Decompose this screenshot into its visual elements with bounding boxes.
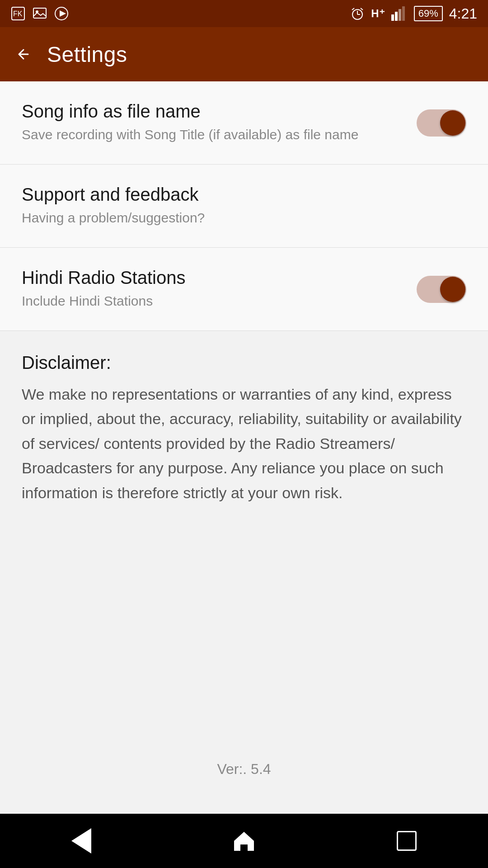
song-info-toggle[interactable]: [417, 109, 466, 137]
back-triangle-icon: [71, 828, 91, 854]
song-info-toggle-knob: [440, 110, 465, 136]
app1-icon: FK: [11, 6, 25, 21]
version-text: Ver:. 5.4: [217, 761, 271, 778]
status-bar-right: H⁺ 69% 4:21: [350, 5, 477, 22]
hindi-radio-toggle-container: [417, 276, 466, 303]
svg-text:FK: FK: [13, 10, 23, 18]
app-bar: Settings: [0, 27, 488, 81]
hindi-radio-title: Hindi Radio Stations: [22, 268, 402, 288]
svg-rect-11: [391, 14, 394, 21]
settings-item-hindi-radio[interactable]: Hindi Radio Stations Include Hindi Stati…: [0, 248, 488, 331]
song-info-text: Song info as file name Save recording wi…: [22, 101, 417, 144]
settings-content: Song info as file name Save recording wi…: [0, 81, 488, 814]
nav-back-button[interactable]: [63, 823, 99, 859]
app-bar-title: Settings: [47, 42, 127, 67]
nav-home-button[interactable]: [226, 823, 262, 859]
disclaimer-section: Disclaimer: We make no representations o…: [0, 331, 488, 519]
svg-line-10: [361, 8, 363, 10]
status-time: 4:21: [449, 5, 477, 22]
svg-rect-12: [395, 12, 398, 21]
song-info-subtitle: Save recording with Song Title (if avail…: [22, 125, 402, 144]
hindi-radio-text: Hindi Radio Stations Include Hindi Stati…: [22, 268, 417, 311]
support-text: Support and feedback Having a problem/su…: [22, 184, 466, 227]
svg-marker-5: [60, 10, 66, 17]
svg-rect-14: [402, 6, 405, 21]
disclaimer-text: We make no representations or warranties…: [22, 382, 466, 505]
support-subtitle: Having a problem/suggestion?: [22, 208, 452, 227]
disclaimer-title: Disclaimer:: [22, 353, 466, 373]
image-icon: [33, 6, 47, 21]
hindi-radio-subtitle: Include Hindi Stations: [22, 292, 402, 311]
song-info-toggle-container: [417, 109, 466, 137]
svg-rect-13: [399, 9, 401, 21]
support-title: Support and feedback: [22, 184, 452, 205]
settings-item-song-info[interactable]: Song info as file name Save recording wi…: [0, 81, 488, 165]
song-info-title: Song info as file name: [22, 101, 402, 122]
hindi-radio-toggle-knob: [440, 277, 465, 302]
network-signal-icon: H⁺: [371, 7, 385, 20]
recents-square-icon: [397, 831, 417, 851]
alarm-icon: [350, 6, 365, 21]
hindi-radio-toggle[interactable]: [417, 276, 466, 303]
back-button[interactable]: [14, 45, 33, 63]
status-bar: FK H⁺: [0, 0, 488, 27]
status-bar-left: FK: [11, 6, 69, 21]
svg-line-9: [352, 8, 354, 10]
version-section: Ver:. 5.4: [0, 519, 488, 814]
home-icon: [232, 829, 256, 853]
nav-bar: [0, 814, 488, 868]
signal-bars-icon: [391, 6, 408, 21]
play-icon: [54, 6, 69, 21]
nav-recents-button[interactable]: [389, 823, 425, 859]
svg-rect-2: [33, 8, 46, 18]
battery-icon: 69%: [414, 6, 443, 21]
settings-item-support[interactable]: Support and feedback Having a problem/su…: [0, 165, 488, 248]
